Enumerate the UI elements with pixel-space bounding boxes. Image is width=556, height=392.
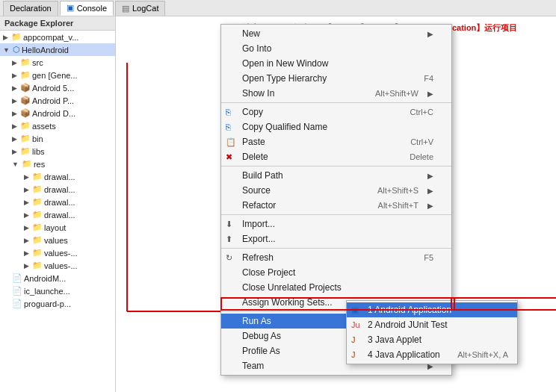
menu-item-copy[interactable]: ⎘ Copy Ctrl+C bbox=[221, 105, 451, 119]
console-label: Console bbox=[77, 4, 107, 13]
copy-icon: ⎘ bbox=[226, 108, 231, 116]
item-label: drawal... bbox=[44, 198, 75, 207]
android-app-icon: ▣ bbox=[351, 305, 359, 315]
arrow-icon: ▶ bbox=[12, 59, 17, 66]
tree-item-androidd[interactable]: ▶ 📦 Android D... bbox=[0, 107, 115, 119]
tree-item-androidp[interactable]: ▶ 📦 Android P... bbox=[0, 94, 115, 107]
tree-item-values-x[interactable]: ▶ 📁 values-... bbox=[0, 259, 115, 272]
menu-item-open-type-hierarchy[interactable]: Open Type Hierarchy F4 bbox=[221, 71, 451, 86]
menu-label: Open in New Window bbox=[242, 58, 328, 69]
menu-label: Run As bbox=[242, 316, 271, 326]
tree-item-layout[interactable]: ▶ 📁 layout bbox=[0, 221, 115, 234]
menu-item-open-new-window[interactable]: Open in New Window bbox=[221, 56, 451, 71]
menu-item-delete[interactable]: ✖ Delete Delete bbox=[221, 149, 451, 164]
tab-bar: Declaration ▣ Console ▤ LogCat bbox=[0, 0, 556, 16]
submenu-item-android-app[interactable]: ▣ 1 Android Application bbox=[347, 302, 517, 317]
folder-icon: 📁 bbox=[20, 57, 31, 67]
menu-item-close-project[interactable]: Close Project bbox=[221, 265, 451, 280]
menu-item-source[interactable]: Source Alt+Shift+S ▶ bbox=[221, 183, 451, 198]
menu-item-refactor[interactable]: Refactor Alt+Shift+T ▶ bbox=[221, 198, 451, 213]
menu-item-import[interactable]: ⬇ Import... bbox=[221, 217, 451, 231]
arrow-icon: ▶ bbox=[3, 34, 8, 41]
tree-item-res[interactable]: ▼ 📁 res bbox=[0, 158, 115, 170]
menu-label: Build Path bbox=[242, 170, 283, 181]
menu-item-paste[interactable]: 📋 Paste Ctrl+V bbox=[221, 134, 451, 149]
menu-item-export[interactable]: ⬆ Export... bbox=[221, 231, 451, 246]
tree-item-appcompat[interactable]: ▶ 📁 appcompat_v... bbox=[0, 31, 115, 43]
refresh-icon: ↻ bbox=[226, 253, 232, 263]
arrow-icon: ▼ bbox=[3, 46, 10, 54]
item-label: AndroidM... bbox=[24, 274, 66, 283]
tree-item-android5[interactable]: ▶ 📦 Android 5... bbox=[0, 81, 115, 94]
submenu-arrow-icon: ▶ bbox=[427, 30, 433, 38]
menu-label: Close Unrelated Projects bbox=[242, 282, 342, 293]
file-icon: 📄 bbox=[12, 273, 22, 283]
tab-console[interactable]: ▣ Console bbox=[60, 1, 114, 16]
menu-item-refresh[interactable]: ↻ Refresh F5 bbox=[221, 250, 451, 265]
menu-item-new[interactable]: New ▶ bbox=[221, 26, 451, 41]
menu-item-close-unrelated[interactable]: Close Unrelated Projects bbox=[221, 280, 451, 295]
shortcut-label: F4 bbox=[424, 74, 433, 83]
item-label: libs bbox=[32, 147, 45, 156]
import-icon: ⬇ bbox=[226, 220, 232, 229]
folder-icon: 📁 bbox=[32, 184, 43, 194]
tree-item-drawal4[interactable]: ▶ 📁 drawal... bbox=[0, 208, 115, 221]
export-icon: ⬆ bbox=[226, 234, 232, 244]
item-label: proguard-p... bbox=[24, 299, 71, 308]
folder-icon: 📁 bbox=[32, 197, 43, 207]
menu-item-copy-qualified[interactable]: ⎘ Copy Qualified Name bbox=[221, 119, 451, 134]
shortcut-label: Alt+Shift+X, A bbox=[457, 350, 508, 359]
tree-item-drawal1[interactable]: ▶ 📁 drawal... bbox=[0, 170, 115, 183]
folder-icon: 📁 bbox=[20, 70, 31, 80]
java-applet-icon: J bbox=[351, 335, 356, 344]
shortcut-label: Ctrl+V bbox=[410, 137, 433, 146]
content-area: New ▶ Go Into Open in New Window Open Ty… bbox=[116, 16, 556, 392]
menu-label: Profile As bbox=[242, 346, 280, 356]
folder-icon: 📁 bbox=[32, 172, 43, 181]
folder-icon: 📁 bbox=[32, 223, 43, 232]
tree-item-hellodroid[interactable]: ▼ ⬡ HelloAndroid bbox=[0, 43, 115, 56]
submenu-item-java-applet[interactable]: J 3 Java Applet bbox=[347, 332, 517, 347]
tree-item-drawal2[interactable]: ▶ 📁 drawal... bbox=[0, 183, 115, 196]
menu-label: Delete bbox=[242, 152, 268, 162]
tree-item-androidm[interactable]: 📄 AndroidM... bbox=[0, 272, 115, 284]
menu-label: Show In bbox=[242, 88, 274, 99]
menu-label: Refactor bbox=[242, 200, 276, 211]
menu-label: Copy Qualified Name bbox=[242, 122, 327, 132]
tree-item-values[interactable]: ▶ 📁 values bbox=[0, 234, 115, 246]
menu-item-show-in[interactable]: Show In Alt+Shift+W ▶ bbox=[221, 86, 451, 101]
tree-item-proguard[interactable]: 📄 proguard-p... bbox=[0, 297, 115, 310]
tree-item-values-w[interactable]: ▶ 📁 values-... bbox=[0, 246, 115, 259]
menu-item-go-into[interactable]: Go Into bbox=[221, 41, 451, 56]
item-label: Android 5... bbox=[32, 84, 74, 93]
menu-label: Close Project bbox=[242, 267, 295, 278]
tree-item-libs[interactable]: ▶ 📁 libs bbox=[0, 145, 115, 158]
tree-item-ic-launcher[interactable]: 📄 ic_launche... bbox=[0, 284, 115, 297]
menu-item-build-path[interactable]: Build Path ▶ bbox=[221, 168, 451, 183]
folder-icon: 📁 bbox=[32, 261, 43, 270]
tree-item-drawal3[interactable]: ▶ 📁 drawal... bbox=[0, 196, 115, 208]
copy-qualified-icon: ⎘ bbox=[226, 122, 231, 131]
tree-item-assets[interactable]: ▶ 📁 assets bbox=[0, 119, 115, 132]
tree-item-bin[interactable]: ▶ 📁 bin bbox=[0, 132, 115, 145]
arrow-icon: ▶ bbox=[12, 122, 17, 130]
file-icon: 📄 bbox=[12, 299, 22, 308]
java-app-icon: J bbox=[351, 350, 356, 359]
menu-label: Open Type Hierarchy bbox=[242, 73, 327, 84]
shortcut-label: Alt+Shift+T bbox=[378, 201, 418, 210]
submenu-item-java-app[interactable]: J 4 Java Application Alt+Shift+X, A bbox=[347, 347, 517, 362]
arrow-icon: ▶ bbox=[12, 110, 17, 117]
package-explorer: Package Explorer ▶ 📁 appcompat_v... ▼ ⬡ … bbox=[0, 16, 116, 392]
console-icon: ▣ bbox=[67, 3, 74, 13]
folder-icon: 📁 bbox=[20, 121, 31, 131]
tree-item-gen[interactable]: ▶ 📁 gen [Gene... bbox=[0, 69, 115, 81]
folder-icon: 📁 bbox=[32, 210, 43, 220]
submenu-label: 3 Java Applet bbox=[368, 335, 421, 345]
tab-logcat[interactable]: ▤ LogCat bbox=[115, 1, 165, 16]
tree-item-src[interactable]: ▶ 📁 src bbox=[0, 56, 115, 69]
tab-declaration[interactable]: Declaration bbox=[3, 1, 58, 16]
logcat-label: LogCat bbox=[132, 4, 158, 13]
submenu-item-junit[interactable]: Ju 2 Android JUnit Test bbox=[347, 317, 517, 332]
shortcut-label: Alt+Shift+S bbox=[377, 186, 418, 195]
menu-label: Debug As bbox=[242, 331, 281, 341]
